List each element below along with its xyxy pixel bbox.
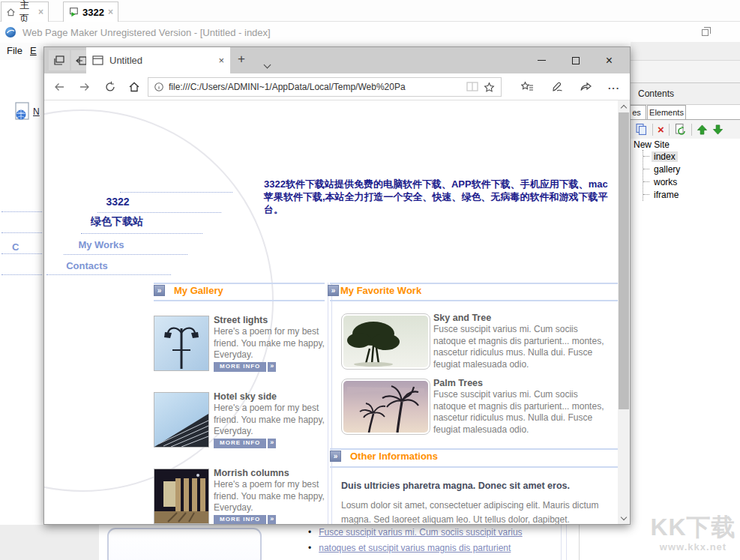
sidebar-item-my-works[interactable]: My Works bbox=[44, 239, 161, 250]
section-rule bbox=[330, 448, 618, 450]
dotted-separator bbox=[46, 274, 171, 275]
more-options-icon[interactable]: ··· bbox=[608, 82, 620, 94]
dotted-separator bbox=[120, 192, 232, 193]
dotted-separator bbox=[1, 274, 42, 275]
move-down-icon[interactable] bbox=[712, 124, 724, 136]
chevrons-icon[interactable]: » bbox=[268, 362, 276, 372]
sidebar-item-download[interactable]: 绿色下载站 bbox=[57, 215, 177, 229]
new-page-icon[interactable] bbox=[15, 102, 31, 121]
tree-item-gallery[interactable]: gallery bbox=[643, 163, 682, 175]
favorite-item-text: Fusce suscipit varius mi. Cum sociis nat… bbox=[433, 324, 606, 370]
gallery-item-text: Here's a poem for my best friend. You ma… bbox=[214, 479, 328, 514]
wpm-toolbar-band bbox=[631, 42, 740, 61]
share-icon[interactable] bbox=[580, 81, 592, 93]
sidebar-item-3322[interactable]: 3322 bbox=[58, 196, 178, 208]
toolbar-separator bbox=[669, 124, 670, 136]
new-page-label[interactable]: N bbox=[33, 106, 40, 117]
dotted-separator bbox=[81, 233, 202, 234]
address-url[interactable]: file:///C:/Users/ADMINI~1/AppData/Local/… bbox=[169, 82, 461, 92]
toolbar-separator bbox=[691, 124, 692, 136]
page-scrollbar[interactable] bbox=[618, 100, 630, 524]
wpm-restore-button[interactable] bbox=[702, 29, 709, 36]
reading-view-icon[interactable] bbox=[466, 82, 478, 92]
canvas-menu-fragment: C bbox=[12, 241, 19, 253]
canvas-link[interactable]: natoques et suscipit varius magnis dis p… bbox=[319, 543, 511, 553]
sky-and-tree-image bbox=[341, 313, 430, 370]
shell-tabbar: 主页 × 3322 × bbox=[0, 0, 740, 22]
section-rule bbox=[154, 300, 325, 301]
forward-icon[interactable] bbox=[79, 81, 91, 93]
intro-text: 3322软件下载站提供免费的电脑软件下载、APP软件下载、手机应用下载、mac苹… bbox=[264, 178, 616, 216]
more-info-button[interactable]: MORE INFO bbox=[214, 515, 266, 524]
tree-root[interactable]: New Site bbox=[632, 139, 682, 150]
tree-item-index[interactable]: index bbox=[643, 150, 682, 163]
chevrons-icon[interactable]: » bbox=[268, 439, 276, 448]
close-icon[interactable]: × bbox=[108, 7, 113, 16]
canvas-margin bbox=[0, 525, 99, 560]
watermark-url: www.kkx.net bbox=[646, 541, 740, 553]
palm-trees-image bbox=[341, 379, 430, 435]
hotel-sky-side-image bbox=[154, 392, 209, 448]
tree-item-iframe[interactable]: iframe bbox=[643, 188, 682, 201]
favorite-item-title: Palm Trees bbox=[433, 378, 483, 388]
chevrons-icon: » bbox=[154, 285, 165, 296]
close-tab-icon[interactable]: × bbox=[218, 55, 224, 65]
close-icon[interactable]: × bbox=[38, 7, 43, 16]
annotate-pen-icon[interactable] bbox=[551, 81, 563, 93]
more-info-button[interactable]: MORE INFO bbox=[214, 439, 266, 448]
menu-edit[interactable]: E bbox=[30, 45, 37, 56]
other-heading: Duis ultricies pharetra magna. Donec sit… bbox=[341, 481, 604, 491]
address-bar[interactable]: file:///C:/Users/ADMINI~1/AppData/Local/… bbox=[148, 77, 502, 97]
browser-tabbar: Untitled × + × bbox=[44, 47, 630, 73]
browser-maximize-button[interactable] bbox=[559, 47, 592, 73]
new-tab-icon[interactable]: + bbox=[238, 52, 245, 67]
refresh-page-icon[interactable] bbox=[674, 123, 687, 136]
refresh-icon[interactable] bbox=[104, 81, 116, 93]
rounded-panel bbox=[107, 528, 262, 560]
section-rule bbox=[154, 283, 325, 284]
tab-list-chevron-icon[interactable] bbox=[265, 57, 270, 70]
other-body: Losum dolor sit amet, consectetuer adipi… bbox=[341, 499, 604, 524]
editor-canvas: • Fusce suscipit varius mi. Cum sociis s… bbox=[0, 525, 740, 560]
home-icon[interactable] bbox=[128, 81, 140, 93]
watermark: KK下载 www.kkx.net bbox=[646, 513, 740, 553]
gallery-item-title: Morrish columns bbox=[214, 468, 289, 478]
shell-tab-3322[interactable]: 3322 × bbox=[63, 1, 118, 22]
browser-tab-untitled[interactable]: Untitled × bbox=[86, 47, 230, 73]
wpm-toolbar-band bbox=[631, 61, 740, 83]
section-rule bbox=[330, 300, 618, 301]
info-icon[interactable] bbox=[154, 82, 164, 92]
browser-close-button[interactable]: × bbox=[592, 47, 626, 73]
scroll-up-icon[interactable] bbox=[618, 100, 630, 112]
canvas-link[interactable]: Fusce suscipit varius mi. Cum sociis sus… bbox=[319, 527, 522, 538]
menu-file[interactable]: File bbox=[7, 45, 22, 56]
tab-preview-icon[interactable] bbox=[49, 50, 70, 70]
tree-connector bbox=[643, 169, 649, 169]
tab-elements[interactable]: Elements bbox=[647, 105, 686, 120]
favorites-list-icon[interactable] bbox=[521, 81, 533, 93]
shell-tab-home[interactable]: 主页 × bbox=[1, 1, 49, 22]
gallery-item-actions: MORE INFO » bbox=[214, 439, 276, 448]
delete-page-icon[interactable]: × bbox=[658, 124, 664, 135]
favorite-item-text: Fusce suscipit varius mi. Cum sociis nat… bbox=[433, 389, 606, 436]
scroll-down-icon[interactable] bbox=[618, 512, 630, 524]
copy-page-icon[interactable] bbox=[635, 123, 648, 136]
browser-minimize-button[interactable] bbox=[525, 47, 559, 73]
sidebar-item-contacts[interactable]: Contacts bbox=[44, 260, 147, 271]
chevrons-icon[interactable]: » bbox=[268, 515, 276, 524]
contents-panel-header: Contents bbox=[631, 83, 740, 105]
more-info-button[interactable]: MORE INFO bbox=[214, 362, 266, 372]
bullet-icon: • bbox=[308, 543, 311, 553]
favorite-star-icon[interactable] bbox=[484, 82, 495, 93]
panel-splitter bbox=[579, 525, 580, 560]
tree-item-works[interactable]: works bbox=[643, 175, 682, 188]
contents-toolbar: × bbox=[631, 120, 740, 139]
browser-tab-title: Untitled bbox=[109, 55, 212, 66]
back-icon[interactable] bbox=[53, 81, 65, 93]
scrollbar-thumb[interactable] bbox=[619, 112, 629, 409]
move-up-icon[interactable] bbox=[697, 124, 708, 136]
favorite-section-title: My Favorite Work bbox=[340, 285, 421, 296]
list-item: • Fusce suscipit varius mi. Cum sociis s… bbox=[308, 527, 523, 538]
site-tree: New Site index gallery works iframe bbox=[632, 139, 682, 201]
page-icon bbox=[92, 55, 103, 65]
